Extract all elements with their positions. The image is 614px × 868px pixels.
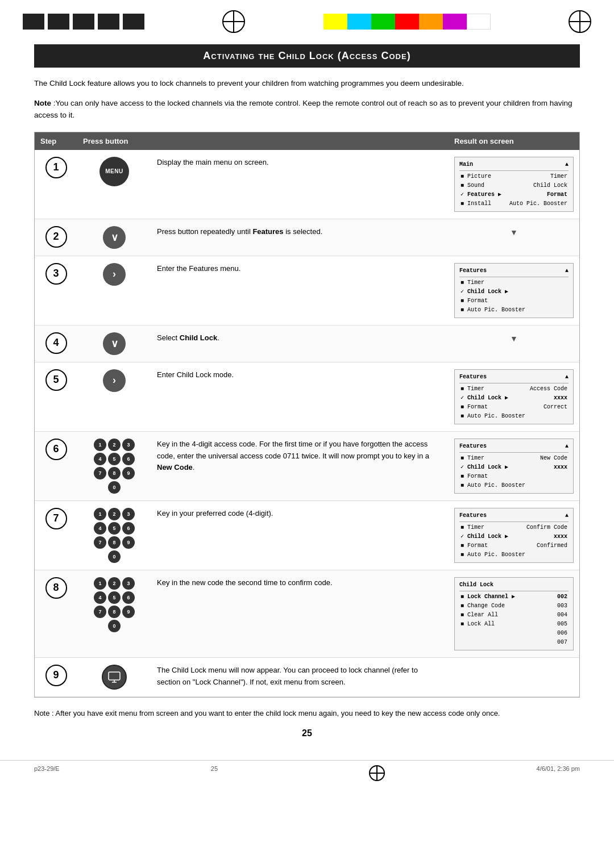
num-9[interactable]: 9 xyxy=(122,467,135,479)
table-row: 1 MENU Display the main menu on screen. … xyxy=(35,150,579,219)
screen-6: Features▲ ■ TimerNew Code ✓ Child Lock ▶… xyxy=(454,439,574,494)
crosshair-right xyxy=(569,10,591,33)
num-3[interactable]: 3 xyxy=(122,439,135,451)
step-num-9: 9 xyxy=(35,658,77,693)
ok-button[interactable] xyxy=(102,665,127,690)
num-7b[interactable]: 7 xyxy=(94,536,106,549)
num-6b[interactable]: 6 xyxy=(122,522,135,535)
num-9c[interactable]: 9 xyxy=(122,606,135,618)
num-4[interactable]: 4 xyxy=(94,453,106,465)
numpad-6: 1 2 3 4 5 6 7 8 9 0 xyxy=(94,439,135,494)
step-result-9 xyxy=(449,658,579,671)
screen-7: Features▲ ■ TimerConfirm Code ✓ Child Lo… xyxy=(454,508,574,563)
black-bars xyxy=(23,14,144,30)
color-bar-cyan xyxy=(347,14,371,30)
header-step: Step xyxy=(35,132,77,150)
screen-1: Main▲ ■ PictureTimer ■ SoundChild Lock ✓… xyxy=(454,157,574,212)
num-9b[interactable]: 9 xyxy=(122,536,135,549)
tv-icon xyxy=(107,670,121,684)
step-desc-4: Select Child Lock. xyxy=(151,326,449,351)
footer-center: 25 xyxy=(211,765,218,781)
num-1[interactable]: 1 xyxy=(94,439,106,451)
numpad-8: 1 2 3 4 5 6 7 8 9 0 xyxy=(94,577,135,632)
step-result-2: ▼ xyxy=(449,219,579,245)
num-0b[interactable]: 0 xyxy=(108,550,121,563)
num-8b[interactable]: 8 xyxy=(108,536,121,549)
num-7c[interactable]: 7 xyxy=(94,606,106,618)
table-row: 9 The Child Lock menu will now appear. Y… xyxy=(35,658,579,697)
step-num-7: 7 xyxy=(35,501,77,536)
step-btn-6: 1 2 3 4 5 6 7 8 9 0 xyxy=(77,432,151,500)
arrow-down-button[interactable]: ∨ xyxy=(103,226,126,249)
num-5[interactable]: 5 xyxy=(108,453,121,465)
color-bar-green xyxy=(371,14,395,30)
intro-paragraph-1: The Child Lock feature allows you to loc… xyxy=(34,78,580,90)
page-title: Activating the Child Lock (Access Code) xyxy=(34,44,580,68)
screen-3: Features▲ ■ Timer ✓ Child Lock ▶ ■ Forma… xyxy=(454,263,574,318)
svg-rect-0 xyxy=(109,672,120,680)
main-content: Activating the Child Lock (Access Code) … xyxy=(0,33,614,754)
arrow-down-button-4[interactable]: ∨ xyxy=(103,332,126,355)
black-bar-1 xyxy=(23,14,44,30)
num-7[interactable]: 7 xyxy=(94,467,106,479)
footer-left: p23-29/E xyxy=(34,765,60,781)
num-1b[interactable]: 1 xyxy=(94,508,106,520)
step-desc-8: Key in the new code the second time to c… xyxy=(151,570,449,596)
step-btn-3: › xyxy=(77,256,151,293)
color-bar-orange xyxy=(419,14,443,30)
num-3c[interactable]: 3 xyxy=(122,577,135,590)
table-header: Step Press button Result on screen xyxy=(35,132,579,150)
num-8c[interactable]: 8 xyxy=(108,606,121,618)
num-5b[interactable]: 5 xyxy=(108,522,121,535)
footer-crosshair xyxy=(369,765,385,781)
arrow-right-button[interactable]: › xyxy=(103,263,126,286)
numpad-7: 1 2 3 4 5 6 7 8 9 0 xyxy=(94,508,135,563)
step-btn-5: › xyxy=(77,362,151,399)
footer-right: 4/6/01, 2:36 pm xyxy=(537,765,580,781)
step-num-8: 8 xyxy=(35,570,77,606)
page-number: 25 xyxy=(34,728,580,738)
step-desc-3: Enter the Features menu. xyxy=(151,256,449,282)
menu-button[interactable]: MENU xyxy=(99,157,129,186)
table-row: 2 ∨ Press button repeatedly until Featur… xyxy=(35,219,579,256)
num-6c[interactable]: 6 xyxy=(122,591,135,604)
color-bars xyxy=(323,14,491,30)
step-btn-2: ∨ xyxy=(77,219,151,256)
step-desc-2: Press button repeatedly until Features i… xyxy=(151,219,449,245)
num-1c[interactable]: 1 xyxy=(94,577,106,590)
step-result-8: Child Lock ■ Lock Channel ▶002 ■ Change … xyxy=(449,570,579,657)
num-2b[interactable]: 2 xyxy=(108,508,121,520)
table-row: 3 › Enter the Features menu. Features▲ ■… xyxy=(35,256,579,326)
num-4c[interactable]: 4 xyxy=(94,591,106,604)
step-num-6: 6 xyxy=(35,432,77,467)
num-0c[interactable]: 0 xyxy=(108,620,121,632)
screen-8: Child Lock ■ Lock Channel ▶002 ■ Change … xyxy=(454,577,574,650)
num-3b[interactable]: 3 xyxy=(122,508,135,520)
step-num-4: 4 xyxy=(35,326,77,361)
header-result: Result on screen xyxy=(449,132,579,150)
num-2c[interactable]: 2 xyxy=(108,577,121,590)
crosshair-left xyxy=(222,10,245,33)
step-btn-7: 1 2 3 4 5 6 7 8 9 0 xyxy=(77,501,151,570)
table-row: 8 1 2 3 4 5 6 7 8 9 0 Key in the new cod… xyxy=(35,570,579,658)
color-bar-red xyxy=(395,14,419,30)
num-2[interactable]: 2 xyxy=(108,439,121,451)
num-0[interactable]: 0 xyxy=(108,481,121,494)
step-desc-9: The Child Lock menu will now appear. You… xyxy=(151,658,449,695)
num-6[interactable]: 6 xyxy=(122,453,135,465)
table-row: 7 1 2 3 4 5 6 7 8 9 0 Key in your prefer… xyxy=(35,501,579,570)
step-btn-4: ∨ xyxy=(77,326,151,362)
step-result-6: Features▲ ■ TimerNew Code ✓ Child Lock ▶… xyxy=(449,432,579,500)
bottom-note: Note : After you have exit menu from scr… xyxy=(34,708,580,719)
num-8[interactable]: 8 xyxy=(108,467,121,479)
num-5c[interactable]: 5 xyxy=(108,591,121,604)
header-button: Press button xyxy=(77,132,151,150)
black-bar-4 xyxy=(98,14,119,30)
table-row: 4 ∨ Select Child Lock. ▼ xyxy=(35,326,579,362)
step-desc-5: Enter Child Lock mode. xyxy=(151,362,449,388)
num-4b[interactable]: 4 xyxy=(94,522,106,535)
color-bar-white xyxy=(467,14,491,30)
arrow-right-button-5[interactable]: › xyxy=(103,369,126,392)
header-desc xyxy=(151,132,449,150)
step-btn-8: 1 2 3 4 5 6 7 8 9 0 xyxy=(77,570,151,639)
